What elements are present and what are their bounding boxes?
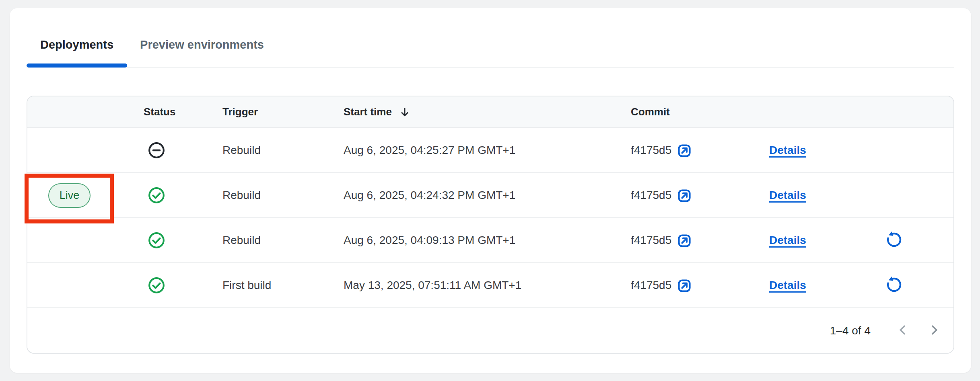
pagination-prev-button[interactable] <box>896 323 910 338</box>
details-link[interactable]: Details <box>769 279 806 292</box>
table-header-row: Status Trigger Start time Commit <box>27 96 953 127</box>
details-cell: Details <box>760 189 857 202</box>
external-link-icon <box>677 278 692 293</box>
external-link-icon <box>677 233 692 248</box>
check-circle-icon <box>148 231 165 249</box>
live-badge: Live <box>48 183 91 208</box>
retry-button[interactable] <box>885 276 903 295</box>
trigger-cell: Rebuild <box>213 144 334 157</box>
status-cell <box>134 277 213 294</box>
tab-preview-environments[interactable]: Preview environments <box>127 23 277 67</box>
details-link[interactable]: Details <box>769 189 806 202</box>
commit-cell: f4175d5 <box>621 277 760 293</box>
retry-cell <box>857 231 954 250</box>
chevron-left-icon <box>896 323 910 338</box>
deployments-card: Deployments Preview environments Status … <box>10 8 971 373</box>
commit-cell: f4175d5 <box>621 232 760 248</box>
commit-cell: f4175d5 <box>621 142 760 158</box>
check-circle-icon <box>148 277 165 294</box>
table-row: Live Rebuild Aug 6, 2025, 04:24:32 PM GM… <box>27 172 953 217</box>
details-link[interactable]: Details <box>769 144 806 157</box>
commit-link[interactable]: f4175d5 <box>631 142 692 158</box>
pagination-range: 1–4 of 4 <box>830 324 871 337</box>
retry-arrow-icon <box>885 231 903 250</box>
tab-preview-environments-label: Preview environments <box>140 38 264 51</box>
header-trigger: Trigger <box>213 106 334 118</box>
details-link[interactable]: Details <box>769 234 806 247</box>
trigger-cell: Rebuild <box>213 189 334 202</box>
header-commit: Commit <box>621 106 760 118</box>
retry-arrow-icon <box>885 276 903 295</box>
details-cell: Details <box>760 279 857 292</box>
sort-descending-icon <box>399 107 410 118</box>
commit-link[interactable]: f4175d5 <box>631 187 692 203</box>
header-start-time-label: Start time <box>344 106 392 118</box>
pagination-next-button[interactable] <box>927 323 941 338</box>
retry-button[interactable] <box>885 231 903 250</box>
table-footer: 1–4 of 4 <box>27 307 953 353</box>
start-time-cell: May 13, 2025, 07:51:11 AM GMT+1 <box>334 279 621 292</box>
trigger-cell: First build <box>213 279 334 292</box>
details-cell: Details <box>760 144 857 157</box>
status-cell <box>134 231 213 249</box>
trigger-cell: Rebuild <box>213 234 334 247</box>
commit-hash: f4175d5 <box>631 234 671 247</box>
minus-circle-icon <box>148 141 165 159</box>
tab-deployments[interactable]: Deployments <box>27 23 127 67</box>
external-link-icon <box>677 188 692 203</box>
deployments-table: Status Trigger Start time Commit <box>27 96 954 354</box>
external-link-icon <box>677 143 692 158</box>
commit-hash: f4175d5 <box>631 279 671 292</box>
header-status: Status <box>134 106 213 118</box>
header-start-time[interactable]: Start time <box>334 106 621 118</box>
table-row: First build May 13, 2025, 07:51:11 AM GM… <box>27 262 953 307</box>
page: { "tabs": { "deployments": "Deployments"… <box>0 0 980 381</box>
tab-bar: Deployments Preview environments <box>27 8 954 68</box>
start-time-cell: Aug 6, 2025, 04:09:13 PM GMT+1 <box>334 234 621 247</box>
commit-hash: f4175d5 <box>631 144 671 157</box>
start-time-cell: Aug 6, 2025, 04:25:27 PM GMT+1 <box>334 144 621 157</box>
chevron-right-icon <box>927 323 941 338</box>
table-row: Rebuild Aug 6, 2025, 04:25:27 PM GMT+1 f… <box>27 127 953 172</box>
table-row: Rebuild Aug 6, 2025, 04:09:13 PM GMT+1 f… <box>27 217 953 262</box>
check-circle-icon <box>148 186 165 204</box>
status-cell <box>134 141 213 159</box>
retry-cell <box>857 276 954 295</box>
status-cell <box>134 186 213 204</box>
commit-link[interactable]: f4175d5 <box>631 277 692 293</box>
tab-deployments-label: Deployments <box>40 38 113 51</box>
commit-cell: f4175d5 <box>621 187 760 203</box>
start-time-cell: Aug 6, 2025, 04:24:32 PM GMT+1 <box>334 189 621 202</box>
live-cell: Live <box>27 183 134 208</box>
commit-link[interactable]: f4175d5 <box>631 232 692 248</box>
details-cell: Details <box>760 234 857 247</box>
commit-hash: f4175d5 <box>631 189 671 202</box>
